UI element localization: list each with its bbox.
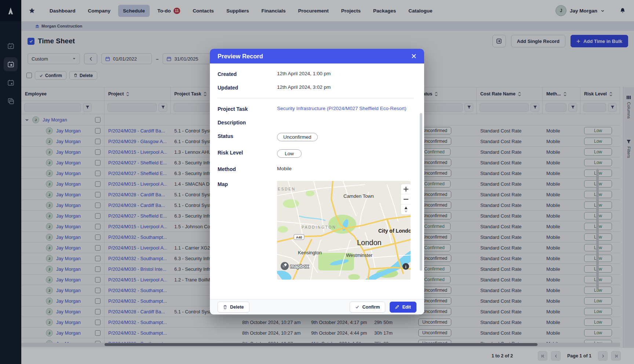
status-label: Status <box>218 133 277 139</box>
map-label-paddington: PADDINGTON <box>302 225 336 229</box>
map-label-city-of-london: City of Londo <box>378 228 411 234</box>
map-label-westminster: Westminster <box>346 252 373 258</box>
modal-footer: Delete Confirm Edit <box>210 299 424 314</box>
created-label: Created <box>218 71 277 77</box>
check-icon <box>355 305 359 309</box>
map-label-willesden: ESDEN <box>278 187 296 191</box>
modal-divider <box>218 98 414 98</box>
pencil-icon <box>395 305 399 309</box>
modal-delete-button[interactable]: Delete <box>218 302 249 313</box>
modal-delete-label: Delete <box>230 305 244 310</box>
map-label-london: London <box>357 239 382 247</box>
map-road-a40: A40 <box>296 236 302 239</box>
status-badge: Unconfirmed <box>277 133 318 141</box>
svg-text:i: i <box>405 265 406 269</box>
method-label: Method <box>218 166 277 172</box>
mapbox-wordmark: mapbox <box>290 263 309 269</box>
map-zoom-controls[interactable] <box>401 184 411 215</box>
map-label-kensington: Kensington <box>298 250 322 255</box>
map-label-camden: Camden Town <box>343 193 374 199</box>
method-value: Mobile <box>277 166 292 171</box>
project-task-label: Project Task <box>218 106 277 112</box>
trash-icon <box>223 305 227 309</box>
modal-header: Preview Record <box>210 49 424 63</box>
project-task-link[interactable]: Security Infrastructure (P/2024/M027 She… <box>277 106 406 111</box>
modal-confirm-button[interactable]: Confirm <box>350 302 385 313</box>
map-info-button[interactable]: i <box>402 263 409 270</box>
risk-level-label: Risk Level <box>218 149 277 156</box>
modal-scrollbar[interactable] <box>420 113 422 271</box>
location-map[interactable]: A40 ESDEN Camden Town PADDINGTON City of… <box>277 181 411 280</box>
preview-record-modal: Preview Record Created 12th April 2024, … <box>210 49 424 314</box>
modal-close-button[interactable] <box>409 52 418 61</box>
created-value: 12th April 2024, 1:00 pm <box>277 71 331 76</box>
updated-value: 12th April 2024, 3:02 pm <box>277 84 331 90</box>
modal-edit-label: Edit <box>402 305 411 310</box>
mapbox-logo: mapbox <box>281 262 309 270</box>
modal-body: Created 12th April 2024, 1:00 pm Updated… <box>210 63 424 299</box>
updated-label: Updated <box>218 84 277 91</box>
close-icon <box>411 54 416 59</box>
map-label: Map <box>218 181 277 187</box>
modal-edit-button[interactable]: Edit <box>390 302 416 313</box>
modal-title: Preview Record <box>218 53 263 60</box>
modal-confirm-label: Confirm <box>362 305 380 310</box>
risk-level-badge: Low <box>277 149 302 158</box>
description-label: Description <box>218 119 277 125</box>
